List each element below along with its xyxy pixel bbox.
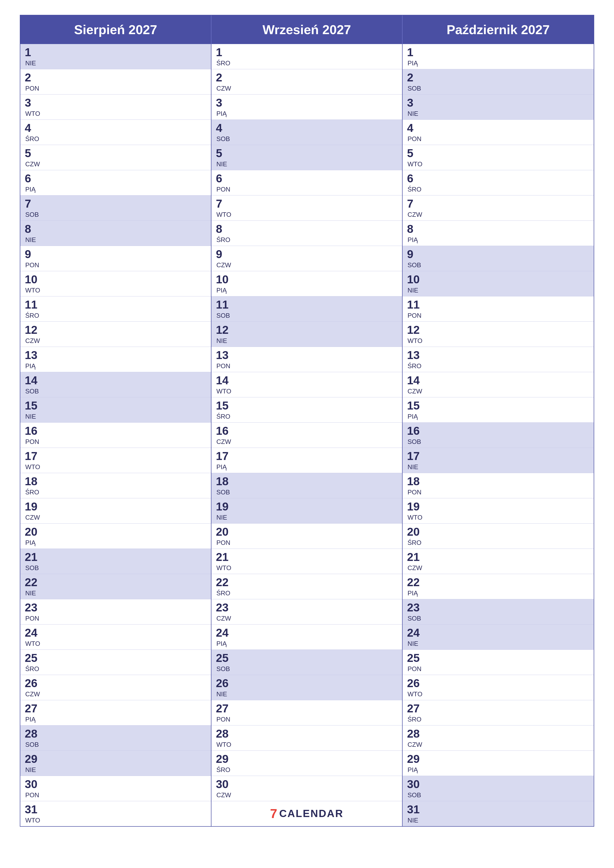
day-name: NIE (407, 817, 424, 824)
day-number: 7 (216, 198, 233, 209)
day-number: 19 (25, 501, 42, 512)
day-content: 30 PON (25, 778, 42, 799)
day-name: SOB (216, 488, 233, 496)
day-number: 12 (25, 324, 42, 336)
day-number: 30 (216, 778, 233, 790)
day-content: 13 PIĄ (25, 349, 42, 370)
day-content: 12 WTO (407, 324, 424, 345)
day-content: 25 SOB (216, 652, 233, 673)
day-name: NIE (216, 690, 233, 698)
day-content: 3 WTO (25, 97, 42, 118)
day-row: 21 WTO (211, 549, 402, 574)
day-name: WTO (25, 463, 42, 471)
day-row: 24 WTO (20, 625, 211, 650)
day-row: 19 CZW (20, 498, 211, 524)
day-content: 8 ŚRO (216, 223, 233, 244)
day-row: 28 CZW (403, 725, 594, 751)
day-number: 21 (407, 551, 424, 563)
day-content: 10 NIE (407, 274, 424, 294)
day-row: 10 PIĄ (211, 271, 402, 296)
day-row: 1 PIĄ (403, 44, 594, 69)
day-number: 10 (407, 274, 424, 285)
day-name: PIĄ (25, 186, 42, 193)
day-row: 8 ŚRO (211, 221, 402, 246)
day-name: NIE (25, 413, 42, 420)
day-name: PON (25, 261, 42, 269)
day-number: 1 (407, 46, 424, 58)
day-name: PON (216, 716, 233, 723)
day-content: 11 ŚRO (25, 299, 42, 319)
day-content: 29 PIĄ (407, 753, 424, 774)
day-name: WTO (407, 514, 424, 521)
day-name: PIĄ (25, 539, 42, 547)
day-name: SOB (407, 261, 424, 269)
day-number: 31 (25, 804, 42, 815)
day-name: ŚRO (216, 413, 233, 420)
day-content: 4 PON (407, 122, 424, 143)
day-number: 23 (216, 602, 233, 613)
day-name: WTO (407, 337, 424, 345)
day-name: PON (407, 665, 424, 673)
day-name: PON (216, 539, 233, 547)
day-number: 12 (407, 324, 424, 336)
day-content: 24 WTO (25, 627, 42, 648)
day-number: 28 (25, 728, 42, 739)
day-row: 29 ŚRO (211, 751, 402, 776)
day-row: 6 PON (211, 170, 402, 195)
day-name: NIE (25, 766, 42, 774)
day-number: 7 (25, 198, 42, 209)
day-number: 18 (407, 476, 424, 487)
day-row: 12 NIE (211, 322, 402, 347)
day-content: 3 NIE (407, 97, 424, 118)
day-content: 18 PON (407, 476, 424, 496)
day-content: 2 CZW (216, 72, 233, 92)
day-content: 16 CZW (216, 425, 233, 446)
day-content: 18 SOB (216, 476, 233, 496)
day-row: 17 WTO (20, 448, 211, 473)
day-row: 26 CZW (20, 675, 211, 700)
day-row: 27 ŚRO (403, 700, 594, 725)
day-number: 3 (407, 97, 424, 108)
day-name: CZW (407, 564, 424, 572)
day-number: 28 (407, 728, 424, 739)
day-name: WTO (407, 690, 424, 698)
day-name: WTO (25, 110, 42, 118)
day-content: 8 PIĄ (407, 223, 424, 244)
day-name: NIE (25, 236, 42, 244)
day-row: 28 SOB (20, 725, 211, 751)
day-number: 17 (216, 450, 233, 462)
day-name: WTO (25, 817, 42, 824)
day-number: 28 (216, 728, 233, 739)
day-content: 27 ŚRO (407, 703, 424, 723)
day-number: 31 (407, 804, 424, 815)
day-content: 19 WTO (407, 501, 424, 521)
day-number: 21 (25, 551, 42, 563)
day-row: 30 PON (20, 776, 211, 801)
day-name: CZW (216, 261, 233, 269)
day-content: 15 NIE (25, 400, 42, 420)
day-number: 24 (25, 627, 42, 639)
day-row: 22 ŚRO (211, 574, 402, 599)
day-row: 3 PIĄ (211, 95, 402, 120)
day-number: 29 (25, 753, 42, 764)
day-name: ŚRO (25, 488, 42, 496)
day-content: 7 WTO (216, 198, 233, 219)
day-row: 10 WTO (20, 271, 211, 296)
day-content: 3 PIĄ (216, 97, 233, 118)
day-content: 15 PIĄ (407, 400, 424, 420)
day-name: PON (25, 438, 42, 446)
day-row: 14 WTO (211, 372, 402, 397)
day-name: SOB (216, 665, 233, 673)
day-content: 8 NIE (25, 223, 42, 244)
day-content: 2 SOB (407, 72, 424, 92)
day-row: 26 WTO (403, 675, 594, 700)
day-content: 14 SOB (25, 375, 42, 395)
day-content: 14 WTO (216, 375, 233, 395)
day-row: 4 SOB (211, 120, 402, 145)
day-number: 2 (407, 72, 424, 83)
day-number: 12 (216, 324, 233, 336)
day-name: PIĄ (407, 236, 424, 244)
day-name: PON (216, 186, 233, 193)
day-name: WTO (216, 564, 233, 572)
day-content: 23 PON (25, 602, 42, 622)
